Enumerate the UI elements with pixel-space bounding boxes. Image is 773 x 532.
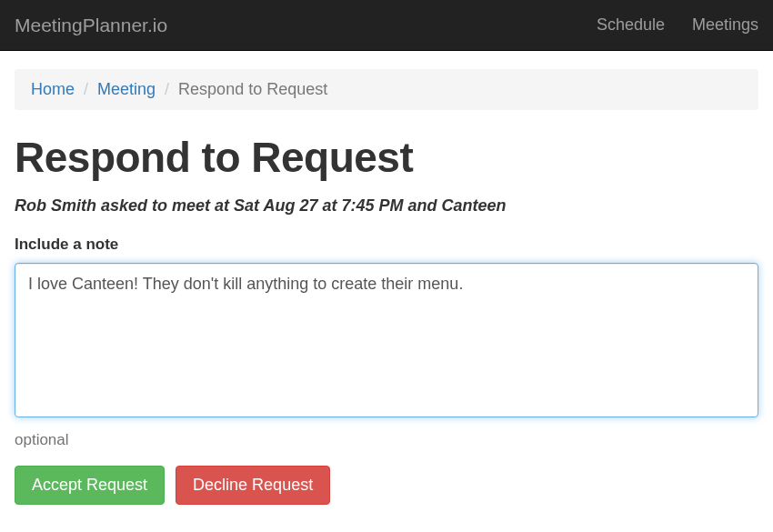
breadcrumb-home[interactable]: Home [31,80,75,99]
nav-link-meetings[interactable]: Meetings [692,15,758,35]
note-textarea[interactable] [15,263,758,417]
navbar: MeetingPlanner.io Schedule Meetings [0,0,773,51]
breadcrumb-current: Respond to Request [178,80,327,99]
accept-request-button[interactable]: Accept Request [15,466,165,505]
nav-link-schedule[interactable]: Schedule [597,15,665,35]
breadcrumb-separator: / [156,80,178,99]
breadcrumb-separator: / [75,80,97,99]
main-container: Home / Meeting / Respond to Request Resp… [0,69,773,505]
breadcrumb: Home / Meeting / Respond to Request [15,69,758,110]
breadcrumb-meeting[interactable]: Meeting [97,80,156,99]
button-row: Accept Request Decline Request [15,466,758,505]
navbar-brand[interactable]: MeetingPlanner.io [15,15,167,36]
decline-request-button[interactable]: Decline Request [176,466,330,505]
request-subtitle: Rob Smith asked to meet at Sat Aug 27 at… [15,196,758,216]
note-label: Include a note [15,236,758,254]
page-title: Respond to Request [15,133,758,182]
navbar-right: Schedule Meetings [597,15,758,35]
note-help-text: optional [15,431,758,449]
